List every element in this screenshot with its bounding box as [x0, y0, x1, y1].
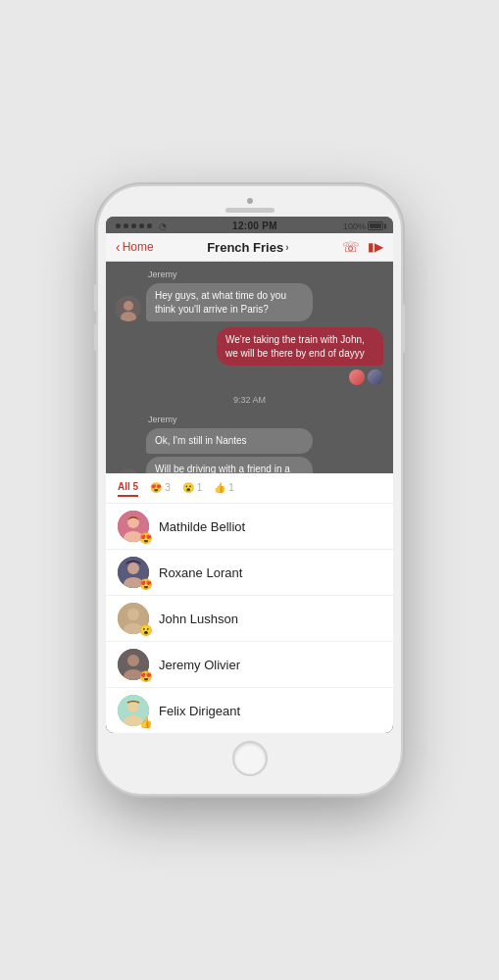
- wifi-icon: ◔: [159, 221, 167, 231]
- status-bar: ◔ 12:00 PM 100%: [106, 217, 393, 233]
- nav-actions: ☏ ▮▶: [342, 239, 383, 255]
- message-bubble: Ok, I'm still in Nantes: [146, 428, 313, 454]
- battery-percentage: 100%: [343, 221, 366, 231]
- phone-top: [106, 198, 393, 213]
- reaction-emoji: 😍: [139, 533, 153, 544]
- message-row: We're taking the train with John, we wil…: [217, 327, 383, 366]
- message-column: We're taking the train with John, we wil…: [217, 327, 383, 366]
- person-avatar-john: 😮: [118, 603, 149, 634]
- message-row: Jeremy Hey guys, at what time do you thi…: [116, 270, 313, 321]
- message-bubble: Hey guys, at what time do you think you'…: [146, 283, 313, 321]
- person-name: John Lushson: [159, 612, 238, 626]
- avatar: [116, 469, 141, 474]
- list-item: 😍 Roxane Lorant: [106, 550, 393, 596]
- svg-point-10: [127, 563, 139, 574]
- svg-point-13: [127, 609, 139, 620]
- read-receipt-avatar: [349, 369, 365, 385]
- reaction-tab-thumbs[interactable]: 👍 1: [214, 482, 234, 496]
- back-chevron-icon: ‹: [116, 239, 121, 255]
- signal-dot: [131, 223, 136, 228]
- avatar: [116, 296, 141, 321]
- navigation-bar: ‹ Home French Fries › ☏ ▮▶: [106, 233, 393, 262]
- signal-dot: [139, 223, 144, 228]
- message-column: Jeremy Hey guys, at what time do you thi…: [146, 270, 313, 321]
- reaction-list: 😍 Mathilde Belliot: [106, 504, 393, 733]
- screen: ◔ 12:00 PM 100% ‹ Home French Fries › ☏: [106, 217, 393, 733]
- signal-dot: [116, 223, 121, 228]
- person-name: Roxane Lorant: [159, 565, 242, 580]
- person-avatar-mathilde: 😍: [118, 511, 149, 542]
- home-button[interactable]: [232, 741, 268, 776]
- svg-point-3: [116, 469, 141, 474]
- status-time: 12:00 PM: [232, 220, 277, 231]
- message-bubble: Will be driving with a friend in a few: [146, 457, 313, 474]
- title-chevron-icon: ›: [285, 242, 288, 253]
- person-name: Jeremy Olivier: [159, 658, 240, 672]
- message-row: Jeremy Ok, I'm still in Nantes Will be d…: [116, 415, 313, 473]
- svg-point-16: [127, 655, 139, 666]
- time-divider: 9:32 AM: [116, 395, 383, 405]
- reaction-tab-shock[interactable]: 😮 1: [182, 482, 203, 496]
- thumbs-emoji: 👍: [214, 482, 225, 493]
- person-avatar-felix: 👍: [118, 695, 149, 726]
- reaction-emoji: 👍: [139, 717, 153, 728]
- shock-emoji: 😮: [182, 482, 194, 493]
- reaction-tab-heart[interactable]: 😍 3: [150, 482, 171, 496]
- back-label: Home: [123, 240, 154, 254]
- reaction-emoji: 😮: [139, 625, 153, 636]
- person-name: Mathilde Belliot: [159, 519, 245, 534]
- list-item: 😍 Jeremy Olivier: [106, 642, 393, 688]
- speaker: [225, 208, 274, 213]
- heart-count: 3: [165, 482, 171, 493]
- shock-count: 1: [197, 482, 203, 493]
- video-call-icon[interactable]: ▮▶: [368, 240, 383, 254]
- phone-frame: ◔ 12:00 PM 100% ‹ Home French Fries › ☏: [98, 186, 401, 794]
- reaction-tab-all[interactable]: All 5: [118, 481, 138, 497]
- reaction-emoji: 😍: [139, 671, 153, 682]
- back-button[interactable]: ‹ Home: [116, 239, 154, 255]
- volume-down-button: [94, 323, 98, 351]
- reaction-panel: All 5 😍 3 😮 1 👍 1: [106, 473, 393, 733]
- signal-dot: [147, 223, 152, 228]
- message-sender: Jeremy: [148, 415, 313, 424]
- power-button: [401, 304, 405, 353]
- read-receipt-avatar: [368, 369, 383, 385]
- signal-bars: ◔: [116, 221, 167, 231]
- thumbs-count: 1: [228, 482, 234, 493]
- volume-up-button: [94, 284, 98, 312]
- reaction-emoji: 😍: [139, 579, 153, 590]
- person-name: Felix Dirigeant: [159, 704, 240, 718]
- list-item: 😍 Mathilde Belliot: [106, 504, 393, 550]
- battery-indicator: 100%: [343, 221, 383, 231]
- tab-all-label: All 5: [118, 481, 138, 492]
- signal-dot: [124, 223, 128, 228]
- phone-call-icon[interactable]: ☏: [342, 239, 360, 255]
- title-text: French Fries: [207, 240, 283, 255]
- conversation-title[interactable]: French Fries ›: [207, 240, 288, 255]
- message-bubble: We're taking the train with John, we wil…: [217, 327, 383, 366]
- heart-emoji: 😍: [150, 482, 162, 493]
- reaction-tabs: All 5 😍 3 😮 1 👍 1: [106, 473, 393, 504]
- message-sender: Jeremy: [148, 270, 313, 279]
- person-avatar-roxane: 😍: [118, 557, 149, 588]
- message-column: Jeremy Ok, I'm still in Nantes Will be d…: [146, 415, 313, 473]
- list-item: 👍 Felix Dirigeant: [106, 688, 393, 733]
- chat-area: Jeremy Hey guys, at what time do you thi…: [106, 262, 393, 473]
- svg-point-1: [124, 301, 133, 311]
- person-avatar-jeremy: 😍: [118, 649, 149, 680]
- list-item: 😮 John Lushson: [106, 596, 393, 642]
- battery-icon: [368, 221, 383, 230]
- camera: [247, 198, 253, 204]
